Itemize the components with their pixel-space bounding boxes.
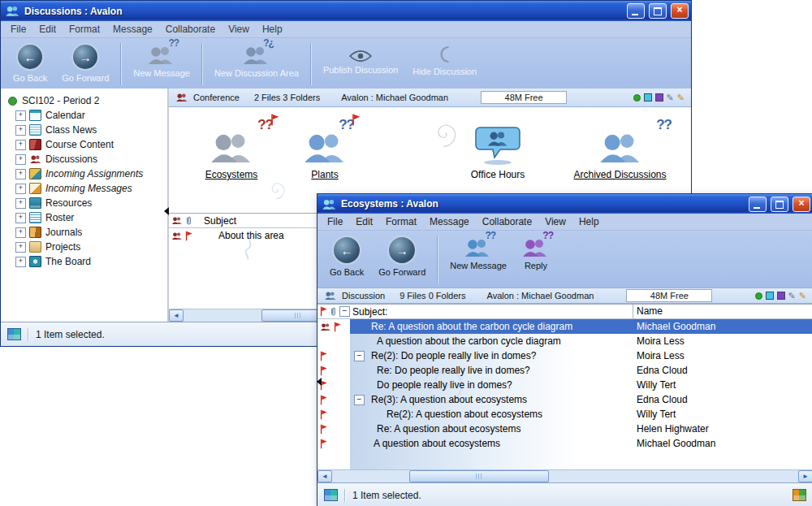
purple-square-icon[interactable] xyxy=(655,93,663,102)
horizontal-scrollbar[interactable]: ◄ ► xyxy=(317,469,812,482)
scroll-right-button[interactable]: ► xyxy=(798,470,812,482)
menu-edit[interactable]: Edit xyxy=(349,214,379,229)
conference-archived-discussions[interactable]: ?? Archived Discussions xyxy=(557,119,683,180)
collapse-thread-icon[interactable]: − xyxy=(354,351,365,361)
expand-icon[interactable]: + xyxy=(15,184,26,194)
expand-icon[interactable]: + xyxy=(15,110,26,121)
sidebar-item-sci102[interactable]: SCI102 - Period 2 xyxy=(1,93,167,108)
expand-icon[interactable]: + xyxy=(15,125,26,136)
conference-ecosystems[interactable]: ?? Ecosystems xyxy=(179,119,284,180)
pencil-gray-icon[interactable]: ✎ xyxy=(788,292,796,300)
menu-message[interactable]: Message xyxy=(423,214,476,229)
column-divider[interactable] xyxy=(633,305,633,318)
splitter-collapse-icon[interactable] xyxy=(164,207,169,215)
expand-icon[interactable]: + xyxy=(15,257,26,267)
menu-view[interactable]: View xyxy=(222,22,256,37)
expand-icon[interactable]: + xyxy=(15,242,26,253)
go-forward-button[interactable]: → Go Forward xyxy=(54,41,116,88)
sidebar-item-calendar[interactable]: + Calendar xyxy=(1,108,167,123)
maximize-button[interactable] xyxy=(649,3,667,19)
list-header[interactable]: − Subject: Name xyxy=(317,304,812,319)
expand-icon[interactable]: + xyxy=(15,154,26,165)
view-grid-icon[interactable] xyxy=(7,328,21,340)
close-button[interactable]: × xyxy=(793,197,810,212)
layout-grid-icon[interactable] xyxy=(793,489,806,501)
scroll-left-button[interactable]: ◄ xyxy=(169,309,184,322)
new-discussion-area-button[interactable]: ?¿ New Discussion Area xyxy=(207,41,306,88)
purple-square-icon[interactable] xyxy=(777,292,785,300)
title-bar[interactable]: Ecosystems : Avalon × xyxy=(317,194,812,214)
message-row[interactable]: A question about the carbon cycle diagra… xyxy=(317,334,812,348)
sidebar-item-roster[interactable]: + Roster xyxy=(1,210,167,225)
menu-help[interactable]: Help xyxy=(256,22,289,37)
pencil-gold-icon[interactable]: ✎ xyxy=(799,292,806,300)
thread-column-icon[interactable]: − xyxy=(339,306,350,317)
conference-plants[interactable]: ?? Plants xyxy=(284,119,365,180)
cyan-square-icon[interactable] xyxy=(644,93,652,102)
message-row[interactable]: Do people really live in domes? Willy Te… xyxy=(317,378,812,392)
online-indicator-icon[interactable] xyxy=(755,292,762,300)
go-forward-button[interactable]: → Go Forward xyxy=(371,233,433,287)
expand-icon[interactable]: + xyxy=(15,140,26,150)
menu-view[interactable]: View xyxy=(538,214,572,229)
menu-format[interactable]: Format xyxy=(379,214,423,229)
sidebar-item-discussions[interactable]: + Discussions xyxy=(1,152,167,167)
expand-icon[interactable]: + xyxy=(15,227,26,238)
close-button[interactable]: × xyxy=(671,3,689,19)
go-back-button[interactable]: ← Go Back xyxy=(6,41,54,88)
message-row[interactable]: Re: A question about ecosystems Helen Hi… xyxy=(317,422,812,436)
pencil-gold-icon[interactable]: ✎ xyxy=(677,93,685,102)
sidebar-item-class-news[interactable]: + Class News xyxy=(1,123,167,137)
scrollbar-thumb[interactable] xyxy=(409,470,549,482)
reply-button[interactable]: ?? Reply xyxy=(514,233,558,287)
sidebar-item-course-content[interactable]: + Course Content xyxy=(1,137,167,152)
menu-format[interactable]: Format xyxy=(63,22,106,37)
minimize-button[interactable] xyxy=(749,197,767,212)
expand-icon[interactable]: + xyxy=(15,169,26,179)
new-message-button[interactable]: ?? New Message xyxy=(126,41,197,88)
splitter-collapse-icon[interactable] xyxy=(317,378,322,386)
expand-icon[interactable]: + xyxy=(15,198,26,209)
scrollbar-track[interactable] xyxy=(332,470,798,482)
sidebar-item-the-board[interactable]: + The Board xyxy=(1,254,167,269)
message-row[interactable]: Re: Do people really live in domes? Edna… xyxy=(317,363,812,378)
sidebar-item-projects[interactable]: + Projects xyxy=(1,240,167,254)
menu-collaborate[interactable]: Collaborate xyxy=(159,22,222,37)
flag-column-icon[interactable] xyxy=(320,306,327,317)
subject-column-header[interactable]: Subject: xyxy=(352,306,387,318)
pencil-gray-icon[interactable]: ✎ xyxy=(667,93,674,102)
view-grid-icon[interactable] xyxy=(324,489,338,501)
scroll-left-button[interactable]: ◄ xyxy=(317,470,332,482)
sidebar-item-journals[interactable]: + Journals xyxy=(1,225,167,240)
conference-office-hours[interactable]: Office Hours xyxy=(437,119,559,180)
message-row[interactable]: Re(2): A question about ecosystems Willy… xyxy=(317,407,812,422)
message-row[interactable]: − Re(2): Do people really live in domes?… xyxy=(317,348,812,363)
go-back-button[interactable]: ← Go Back xyxy=(322,233,371,287)
message-row[interactable]: − Re(3): A question about ecosystems Edn… xyxy=(317,392,812,407)
subject-column-header[interactable]: Subject xyxy=(204,215,236,227)
maximize-button[interactable] xyxy=(771,197,788,212)
expand-icon[interactable]: + xyxy=(15,213,26,223)
sidebar-item-incoming-messages[interactable]: + Incoming Messages xyxy=(1,181,167,196)
cyan-square-icon[interactable] xyxy=(766,292,774,300)
menu-file[interactable]: File xyxy=(4,22,32,37)
online-indicator-icon[interactable] xyxy=(633,94,641,102)
menu-help[interactable]: Help xyxy=(572,214,606,229)
publish-discussion-button[interactable]: Publish Discussion xyxy=(316,41,405,88)
sidebar-item-resources[interactable]: + Resources xyxy=(1,196,167,210)
menu-message[interactable]: Message xyxy=(106,22,159,37)
menu-bar: File Edit Format Message Collaborate Vie… xyxy=(1,21,691,38)
new-message-button[interactable]: ?? New Message xyxy=(443,233,514,287)
name-column-header[interactable]: Name xyxy=(637,305,663,317)
minimize-button[interactable] xyxy=(627,3,645,19)
sidebar-item-incoming-assignments[interactable]: + Incoming Assignments xyxy=(1,167,167,181)
menu-edit[interactable]: Edit xyxy=(32,22,63,37)
hide-discussion-button[interactable]: Hide Discussion xyxy=(405,41,484,88)
menu-file[interactable]: File xyxy=(321,214,349,229)
message-row[interactable]: − Re: A question about the carbon cycle … xyxy=(317,319,812,334)
paperclip-column-icon[interactable] xyxy=(330,306,337,317)
collapse-thread-icon[interactable]: − xyxy=(354,395,365,405)
menu-collaborate[interactable]: Collaborate xyxy=(476,214,538,229)
message-row[interactable]: A question about ecosystems Michael Good… xyxy=(317,436,812,451)
title-bar[interactable]: Discussions : Avalon × xyxy=(1,1,691,21)
